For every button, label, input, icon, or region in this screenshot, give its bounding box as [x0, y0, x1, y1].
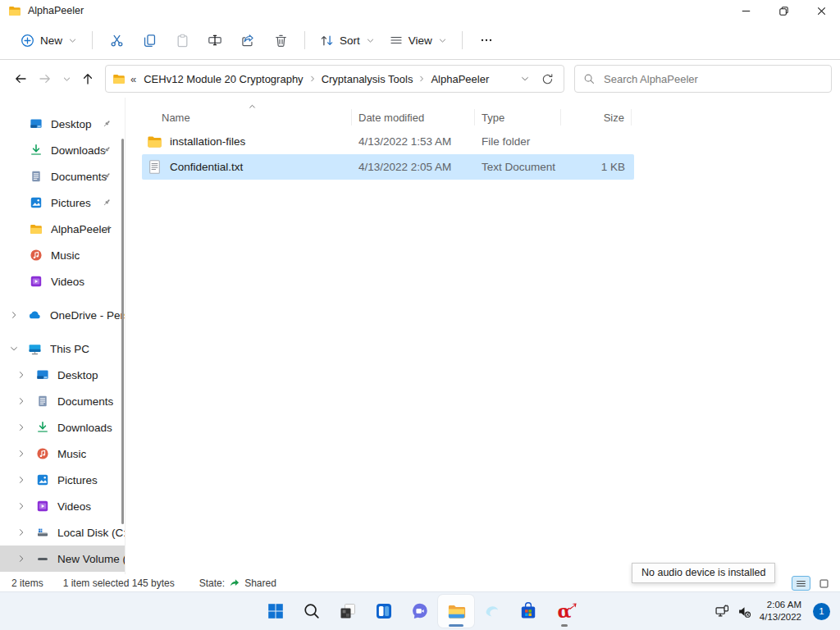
chevron-right-icon[interactable] [16, 370, 26, 380]
chevron-right-icon[interactable] [9, 310, 19, 320]
view-list-icon [390, 34, 403, 47]
minimize-button[interactable] [727, 0, 765, 21]
minimize-icon [740, 5, 752, 17]
chevron-right-icon[interactable] [16, 422, 26, 432]
alphapeeler-taskbar-button[interactable]: α [546, 595, 582, 628]
store-taskbar-button[interactable] [510, 595, 546, 628]
chevron-right-icon[interactable] [418, 75, 426, 83]
details-view-icon [796, 578, 806, 589]
file-explorer-taskbar-button[interactable] [438, 595, 474, 628]
network-ethernet-icon[interactable] [715, 605, 729, 619]
chevron-right-icon[interactable] [16, 501, 26, 511]
back-button[interactable] [8, 66, 33, 91]
breadcrumb-segment[interactable]: AlphaPeeler [427, 70, 493, 89]
sidebar-item-onedrive[interactable]: OneDrive - Perso [0, 302, 126, 328]
chevron-right-icon[interactable] [308, 75, 317, 83]
file-type: File folder [475, 135, 561, 148]
videos-icon [30, 275, 43, 288]
chevron-right-icon[interactable] [16, 396, 26, 406]
sidebar-item-pictures[interactable]: Pictures [0, 467, 126, 493]
forward-button[interactable] [33, 66, 57, 91]
sidebar-scrollbar[interactable] [121, 139, 124, 524]
task-view-button[interactable] [330, 595, 366, 628]
sidebar-item-local-disk-c[interactable]: Local Disk (C:) [0, 519, 126, 546]
pin-icon [102, 224, 112, 234]
recent-locations-button[interactable] [57, 66, 75, 91]
folder-icon [30, 222, 43, 235]
restore-button[interactable] [765, 0, 802, 21]
sidebar-item-label: Pictures [57, 474, 98, 486]
copy-button[interactable] [133, 26, 166, 54]
chevron-right-icon[interactable] [16, 449, 26, 459]
copy-icon [143, 34, 157, 48]
sidebar-item-downloads[interactable]: Downloads [0, 414, 126, 441]
sidebar-item-documents[interactable]: Documents [0, 388, 126, 414]
delete-button[interactable] [264, 26, 297, 54]
command-bar: New Sort View [0, 21, 840, 60]
edge-taskbar-button[interactable] [474, 595, 510, 628]
start-button[interactable] [258, 595, 294, 628]
cut-button[interactable] [100, 26, 133, 54]
notification-badge[interactable]: 1 [813, 603, 830, 620]
arrow-right-icon [39, 72, 52, 85]
sort-button-label: Sort [340, 34, 360, 47]
arrow-left-icon [14, 72, 27, 85]
address-dropdown-chevron-icon[interactable] [520, 74, 530, 84]
selection-info: 1 item selected 145 bytes [63, 578, 175, 589]
file-row-installation-files[interactable]: installation-files 4/13/2022 1:53 AM Fil… [142, 129, 634, 154]
new-button[interactable]: New [13, 29, 84, 52]
breadcrumb-segment[interactable]: CEHv12 Module 20 Cryptography [139, 70, 307, 89]
sidebar-item-music[interactable]: Music [0, 441, 126, 467]
sidebar-item-videos-qa[interactable]: Videos [0, 268, 126, 294]
plus-circle-icon [21, 34, 34, 48]
chevron-right-icon[interactable] [16, 475, 26, 485]
share-button[interactable] [231, 26, 264, 54]
tray-date: 4/13/2022 [760, 611, 801, 623]
column-header-date-modified[interactable]: Date modified [352, 109, 475, 126]
folder-icon [112, 72, 126, 85]
taskbar-search-button[interactable] [294, 595, 330, 628]
rename-button[interactable] [199, 26, 231, 54]
taskbar-clock[interactable]: 2:06 AM 4/13/2022 [760, 599, 801, 623]
up-button[interactable] [75, 66, 100, 91]
sidebar-item-videos[interactable]: Videos [0, 493, 126, 519]
chevron-right-icon[interactable] [16, 527, 26, 537]
chat-button[interactable] [402, 595, 438, 628]
column-header-name[interactable]: Name [142, 109, 352, 126]
details-view-toggle[interactable] [792, 576, 810, 591]
sidebar-item-music-qa[interactable]: Music [0, 242, 126, 268]
file-row-confidential-txt[interactable]: Confidential.txt 4/13/2022 2:05 AM Text … [142, 154, 634, 180]
downloads-icon [30, 144, 43, 157]
large-icons-view-toggle[interactable] [815, 576, 833, 591]
view-button[interactable]: View [382, 29, 454, 52]
sidebar-item-new-volume-e[interactable]: New Volume (E [0, 546, 126, 572]
breadcrumb-segment[interactable]: Cryptanalysis Tools [317, 70, 418, 89]
column-header-size[interactable]: Size [561, 109, 632, 126]
refresh-icon[interactable] [541, 73, 554, 85]
sidebar-item-label: This PC [50, 343, 89, 355]
pictures-icon [30, 196, 43, 209]
pin-icon [102, 119, 112, 129]
sidebar-item-alphapeeler[interactable]: AlphaPeeler [0, 216, 126, 242]
sidebar-item-pictures-qa[interactable]: Pictures [0, 189, 126, 216]
column-header-type[interactable]: Type [475, 109, 561, 126]
sidebar-item-desktop-qa[interactable]: Desktop [0, 111, 126, 137]
pin-icon [102, 171, 112, 181]
chevron-down-icon [62, 75, 71, 84]
sidebar-item-documents-qa[interactable]: Documents [0, 163, 126, 189]
widgets-button[interactable] [366, 595, 402, 628]
chevron-right-icon[interactable] [16, 554, 26, 564]
search-input[interactable] [602, 72, 823, 86]
close-button[interactable] [802, 0, 840, 21]
sidebar-item-downloads-qa[interactable]: Downloads [0, 137, 126, 163]
breadcrumb-overflow-button[interactable]: « [130, 73, 136, 85]
audio-muted-icon[interactable] [737, 605, 751, 619]
address-bar[interactable]: « CEHv12 Module 20 Cryptography Cryptana… [105, 65, 564, 93]
sidebar-item-desktop[interactable]: Desktop [0, 362, 126, 388]
sort-button[interactable]: Sort [313, 29, 382, 52]
more-options-button[interactable] [470, 26, 503, 54]
paste-button[interactable] [166, 26, 199, 54]
sidebar-item-this-pc[interactable]: This PC [0, 336, 126, 362]
sidebar-item-label: OneDrive - Perso [50, 309, 126, 322]
chevron-down-icon[interactable] [9, 344, 19, 354]
